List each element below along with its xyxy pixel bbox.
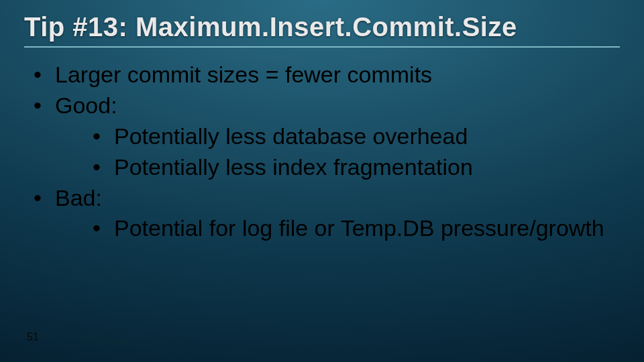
bullet-item: Larger commit sizes = fewer commits — [24, 60, 620, 90]
bullet-text: Good: — [55, 93, 117, 118]
slide-body: Larger commit sizes = fewer commits Good… — [24, 60, 620, 244]
sub-bullet-item: Potentially less index fragmentation — [83, 152, 620, 183]
sub-bullet-item: Potentially less database overhead — [83, 121, 620, 152]
bullet-item: Bad: Potential for log file or Temp.DB p… — [24, 183, 620, 245]
page-number: 51 — [27, 331, 39, 343]
bullet-item: Good: Potentially less database overhead… — [24, 90, 620, 183]
sub-bullet-item: Potential for log file or Temp.DB pressu… — [83, 213, 620, 244]
title-underline — [24, 46, 620, 48]
bullet-text: Potentially less index fragmentation — [114, 154, 473, 180]
bullet-text: Bad: — [55, 185, 102, 210]
slide-title: Tip #13: Maximum.Insert.Commit.Size — [24, 12, 620, 42]
bullet-text: Potential for log file or Temp.DB pressu… — [114, 215, 604, 241]
bullet-text: Potentially less database overhead — [114, 123, 468, 149]
bullet-text: Larger commit sizes = fewer commits — [55, 62, 432, 87]
flourish-icon — [74, 328, 174, 351]
slide: Tip #13: Maximum.Insert.Commit.Size Larg… — [0, 0, 644, 362]
